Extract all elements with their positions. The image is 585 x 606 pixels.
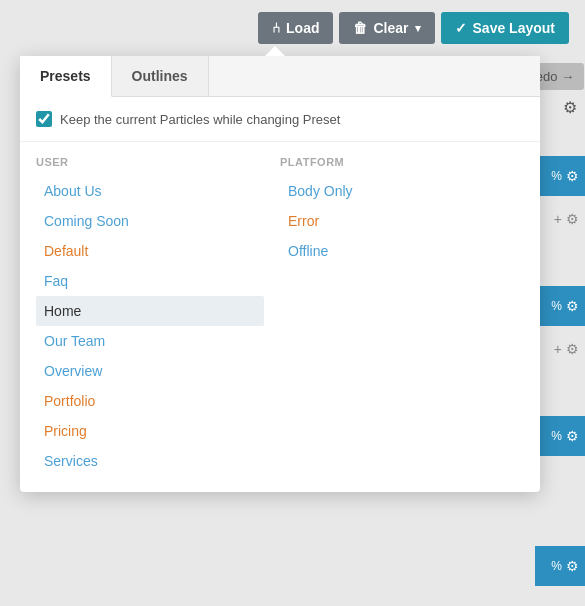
toolbar: ⑃ Load 🗑 Clear ▾ ✓ Save Layout [0, 0, 585, 56]
plus-icon-2[interactable]: + [554, 341, 562, 357]
clear-button[interactable]: 🗑 Clear ▾ [339, 12, 434, 44]
preset-portfolio[interactable]: Portfolio [36, 386, 264, 416]
trash-icon: 🗑 [353, 20, 367, 36]
preset-services[interactable]: Services [36, 446, 264, 476]
save-layout-button[interactable]: ✓ Save Layout [441, 12, 569, 44]
preset-faq[interactable]: Faq [36, 266, 264, 296]
preset-error[interactable]: Error [280, 206, 508, 236]
preset-popup: Presets Outlines Keep the current Partic… [20, 56, 540, 492]
platform-column-header: PLATFORM [280, 156, 508, 168]
right-strip-3: % ⚙ [535, 416, 585, 456]
gear-icon-top[interactable]: ⚙ [563, 98, 577, 117]
strip-gear-icon-3: ⚙ [566, 428, 579, 444]
gear-icon-1[interactable]: ⚙ [566, 211, 579, 227]
preset-our-team[interactable]: Our Team [36, 326, 264, 356]
load-button[interactable]: ⑃ Load [258, 12, 333, 44]
strip-gear-icon-4: ⚙ [566, 558, 579, 574]
tab-presets[interactable]: Presets [20, 56, 112, 97]
add-row-2: + ⚙ [535, 334, 585, 364]
strip-gear-icon-2: ⚙ [566, 298, 579, 314]
preset-overview[interactable]: Overview [36, 356, 264, 386]
tabs-bar: Presets Outlines [20, 56, 540, 97]
add-row-1: + ⚙ [535, 204, 585, 234]
right-strip-2: % ⚙ [535, 286, 585, 326]
strip-gear-icon-1: ⚙ [566, 168, 579, 184]
tab-outlines[interactable]: Outlines [112, 56, 209, 96]
check-icon: ✓ [455, 20, 467, 36]
preset-body-only[interactable]: Body Only [280, 176, 508, 206]
popup-arrow [265, 46, 285, 56]
keep-particles-label: Keep the current Particles while changin… [60, 112, 340, 127]
redo-label: edo → [536, 69, 574, 84]
preset-home[interactable]: Home [36, 296, 264, 326]
preset-offline[interactable]: Offline [280, 236, 508, 266]
load-label: Load [286, 20, 319, 36]
right-strip-4: % ⚙ [535, 546, 585, 586]
plus-icon-1[interactable]: + [554, 211, 562, 227]
save-label: Save Layout [473, 20, 555, 36]
user-column-header: USER [36, 156, 264, 168]
preset-default[interactable]: Default [36, 236, 264, 266]
right-strip-1: % ⚙ [535, 156, 585, 196]
preset-columns: USER About Us Coming Soon Default Faq Ho… [36, 152, 524, 476]
preset-content: USER About Us Coming Soon Default Faq Ho… [20, 142, 540, 492]
preset-about-us[interactable]: About Us [36, 176, 264, 206]
clear-label: Clear [373, 20, 408, 36]
preset-pricing[interactable]: Pricing [36, 416, 264, 446]
gear-icon-2[interactable]: ⚙ [566, 341, 579, 357]
user-column: USER About Us Coming Soon Default Faq Ho… [36, 152, 280, 476]
chevron-down-icon: ▾ [415, 22, 421, 35]
keep-particles-row: Keep the current Particles while changin… [20, 97, 540, 142]
platform-column: PLATFORM Body Only Error Offline [280, 152, 524, 476]
keep-particles-checkbox[interactable] [36, 111, 52, 127]
load-icon: ⑃ [272, 20, 280, 36]
preset-coming-soon[interactable]: Coming Soon [36, 206, 264, 236]
